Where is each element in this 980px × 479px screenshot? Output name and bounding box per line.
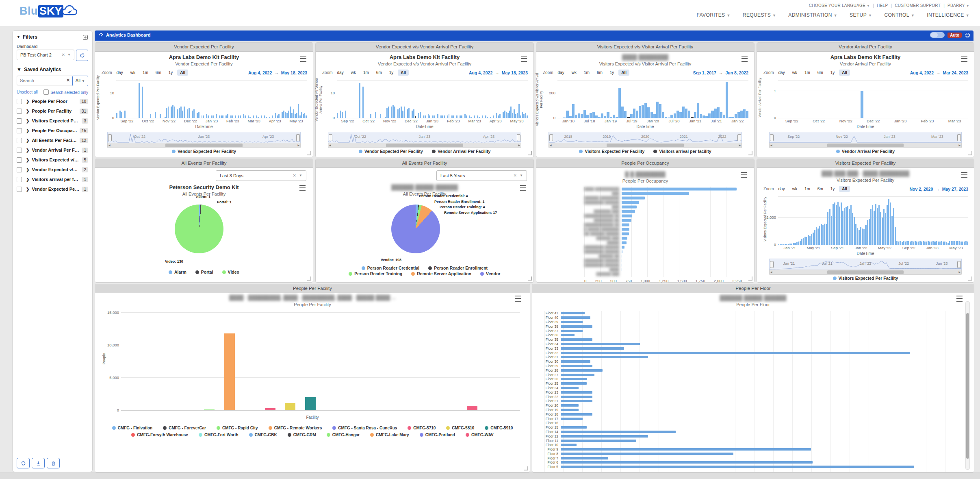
zoom-button-6m[interactable]: 6m [594,70,605,76]
item-checkbox[interactable] [17,138,22,143]
scrollbar-thumb[interactable] [165,144,243,147]
analytics-list-item[interactable]: ❯Vendor Expected Per Facility1 [15,184,90,194]
utility-link-pbarry[interactable]: PBARRY [947,3,965,8]
scrollbar-thumb[interactable] [607,144,684,147]
zoom-button-wk[interactable]: wk [569,70,579,76]
legend-item[interactable]: Person Reader Credential [362,266,419,270]
page-bottom-scrollbar[interactable] [0,472,980,479]
date-to[interactable]: Mar 24, 2023 [943,70,968,75]
zoom-button-day[interactable]: day [776,70,788,76]
navigator-handle-left[interactable] [770,261,774,268]
scroll-right-icon[interactable]: ▶ [739,143,741,147]
date-from[interactable]: Aug 4, 2022 [469,70,492,75]
zoom-button-6m[interactable]: 6m [815,186,826,192]
analytics-list-item[interactable]: ❯People Per Floor10 [15,96,90,106]
navigator-handle-right[interactable] [737,134,741,141]
item-checkbox[interactable] [17,177,22,182]
expand-chevron-icon[interactable]: ❯ [26,109,29,113]
pie-chart[interactable] [391,205,440,253]
nav-item-control[interactable]: CONTROL▼ [884,12,915,18]
zoom-button-wk[interactable]: wk [789,70,800,76]
scroll-left-icon[interactable]: ◀ [550,143,552,147]
legend-item[interactable]: CMFG-WAV [466,433,494,437]
legend-item[interactable]: Vendor Expected Per Facility [359,149,423,154]
column-bar[interactable] [285,403,295,410]
zoom-button-wk[interactable]: wk [789,186,800,192]
zoom-button-all[interactable]: All [839,70,850,76]
analytics-list-item[interactable]: ❯Visitors arrival per facility1 [15,174,90,184]
nav-item-favorites[interactable]: FAVORITES▼ [696,12,730,18]
legend-item[interactable]: Vendor [480,271,501,276]
scrollbar-thumb[interactable] [386,144,463,147]
zoom-button-1y[interactable]: 1y [607,70,617,76]
download-button[interactable] [32,458,45,468]
legend-item[interactable]: CMFG-Hangar [327,433,360,437]
refresh-dashboard-button[interactable] [76,50,88,61]
legend-item[interactable]: Portal [195,270,213,274]
legend-item[interactable]: CMFG - ForeverCar [163,426,206,430]
resize-handle[interactable] [528,151,532,155]
horizontal-scrollbar[interactable]: ◀ ▶ [107,143,301,148]
range-select[interactable]: Last 3 Days ✕▼ [216,170,306,181]
resize-handle[interactable] [748,151,752,155]
date-from[interactable]: Sep 1, 2017 [693,70,716,75]
navigator[interactable]: Jan '21Jul '21Jan '22Jul '22Jan '23 [769,259,962,270]
legend-item[interactable]: CMFG - Rapid City [217,426,258,430]
expand-chevron-icon[interactable]: ❯ [26,148,29,152]
column-bar[interactable] [467,406,477,410]
horizontal-scrollbar[interactable]: ◀ ▶ [328,143,521,148]
analytics-list-item[interactable]: ❯Vendor Arrival Per Facility1 [15,145,90,155]
legend-item[interactable]: CMFG-GBK [249,433,277,437]
scroll-right-icon[interactable]: ▶ [297,143,299,147]
legend-item[interactable]: Visitors Expected Per Facility [579,149,644,154]
chart-menu-icon[interactable] [521,56,527,62]
zoom-button-1y[interactable]: 1y [386,70,397,76]
legend-item[interactable]: Visitors arrival per facility [653,149,711,154]
expand-chevron-icon[interactable]: ❯ [26,177,29,182]
legend-item[interactable]: CMFG-5710 [408,426,436,430]
zoom-button-1m[interactable]: 1m [140,70,151,76]
utility-link-choose-your-language[interactable]: CHOOSE YOUR LANGUAGE [809,3,865,8]
print-icon[interactable] [965,33,970,38]
resize-handle[interactable] [968,151,972,155]
navigator-handle-left[interactable] [770,134,774,141]
chevron-down-icon[interactable]: ▼ [67,50,71,60]
auto-button[interactable]: Auto [947,33,962,38]
expand-chevron-icon[interactable]: ❯ [26,119,29,123]
item-checkbox[interactable] [17,148,22,153]
search-selected-only[interactable]: Search selected only [43,89,88,95]
zoom-button-day[interactable]: day [555,70,567,76]
blusky-logo[interactable]: BluSKY [20,4,79,18]
legend-item[interactable]: Vendor Arrival Per Facility [836,149,895,154]
resize-handle[interactable] [524,466,528,470]
expand-chevron-icon[interactable]: ❯ [26,168,29,172]
legend-item[interactable]: Person Reader Enrollment [428,266,488,270]
navigator-handle-right[interactable] [957,261,961,268]
resize-handle[interactable] [528,277,532,281]
clear-icon[interactable]: ✕ [293,171,296,181]
horizontal-scrollbar[interactable]: ◀ ▶ [549,143,742,148]
zoom-button-1m[interactable]: 1m [802,186,813,192]
column-bar[interactable] [204,409,215,410]
nav-item-intelligence[interactable]: INTELLIGENCE▼ [927,12,969,18]
item-checkbox[interactable] [17,187,22,192]
navigator-handle-left[interactable] [108,134,112,141]
filters-header[interactable]: ▼ Filters [17,34,88,40]
expand-chevron-icon[interactable]: ❯ [26,187,29,192]
analytics-list-item[interactable]: ❯People Per Occupancy15 [15,126,90,135]
legend-item[interactable]: Vendor Expected Per Facility [172,149,236,154]
chart-menu-icon[interactable] [300,56,306,62]
legend-item[interactable]: CMFG-GRM [288,433,316,437]
nav-item-setup[interactable]: SETUP▼ [850,12,872,18]
range-select[interactable]: Last 5 Years ✕▼ [436,170,527,181]
analytics-list-item[interactable]: ❯Vendor Expected v/s Vendor Arri...2 [15,165,90,174]
navigator-handle-right[interactable] [296,134,300,141]
item-checkbox[interactable] [17,157,22,163]
navigator[interactable]: Sep '22Nov '22Jan '23Mar '23 [769,132,962,143]
navigator[interactable]: 20182019202020212022 [549,132,742,143]
search-selected-checkbox[interactable] [43,89,49,95]
resize-handle[interactable] [307,151,311,155]
date-to[interactable]: May 18, 2023 [502,70,528,75]
vertical-scrollbar[interactable] [965,301,970,470]
auto-refresh-toggle[interactable] [930,32,945,38]
